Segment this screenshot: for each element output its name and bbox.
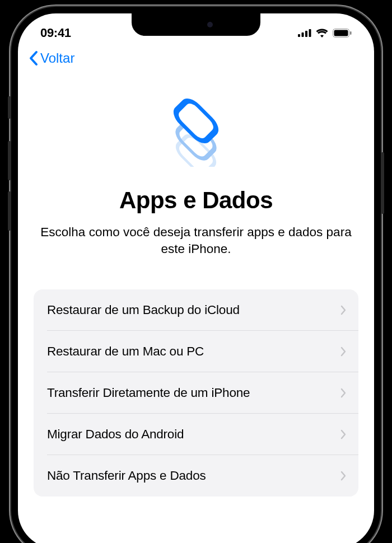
svg-rect-2: [305, 31, 307, 37]
option-migrate-android[interactable]: Migrar Dados do Android: [34, 414, 358, 455]
screen: 09:41: [18, 13, 374, 543]
phone-side-button: [381, 152, 384, 214]
option-restore-mac-pc[interactable]: Restaurar de um Mac ou PC: [34, 331, 358, 372]
svg-rect-0: [298, 34, 300, 37]
chevron-right-icon: [340, 429, 346, 439]
chevron-right-icon: [340, 305, 346, 315]
svg-rect-5: [334, 30, 348, 36]
status-time: 09:41: [40, 26, 71, 40]
navigation-bar: Voltar: [18, 45, 374, 72]
battery-icon: [333, 29, 352, 38]
svg-rect-3: [309, 29, 311, 37]
chevron-left-icon: [28, 50, 38, 66]
option-label: Transferir Diretamente de um iPhone: [47, 386, 250, 400]
chevron-right-icon: [340, 347, 346, 357]
svg-rect-6: [350, 31, 352, 35]
status-indicators: [298, 29, 352, 38]
phone-side-button: [8, 191, 11, 231]
option-label: Não Transferir Apps e Dados: [47, 469, 206, 483]
svg-rect-1: [302, 32, 304, 37]
page-title: Apps e Dados: [34, 187, 358, 214]
phone-side-button: [8, 96, 11, 119]
phone-frame: 09:41: [11, 7, 381, 543]
back-label: Voltar: [40, 50, 74, 66]
content: Apps e Dados Escolha como você deseja tr…: [18, 94, 374, 497]
chevron-right-icon: [340, 471, 346, 481]
option-transfer-iphone[interactable]: Transferir Diretamente de um iPhone: [34, 372, 358, 414]
notch: [132, 13, 260, 36]
page-subtitle: Escolha como você deseja transferir apps…: [34, 224, 358, 258]
phone-side-button: [8, 141, 11, 180]
option-label: Migrar Dados do Android: [47, 427, 184, 442]
option-label: Restaurar de um Mac ou PC: [47, 344, 204, 359]
front-camera: [207, 22, 213, 27]
option-label: Restaurar de um Backup do iCloud: [47, 303, 240, 317]
chevron-right-icon: [340, 388, 346, 398]
options-list: Restaurar de um Backup do iCloud Restaur…: [34, 289, 358, 497]
option-restore-icloud[interactable]: Restaurar de um Backup do iCloud: [34, 289, 358, 331]
cellular-signal-icon: [298, 29, 311, 37]
wifi-icon: [316, 29, 328, 38]
back-button[interactable]: Voltar: [28, 50, 74, 66]
option-dont-transfer[interactable]: Não Transferir Apps e Dados: [34, 455, 358, 497]
apps-data-icon: [34, 94, 358, 167]
